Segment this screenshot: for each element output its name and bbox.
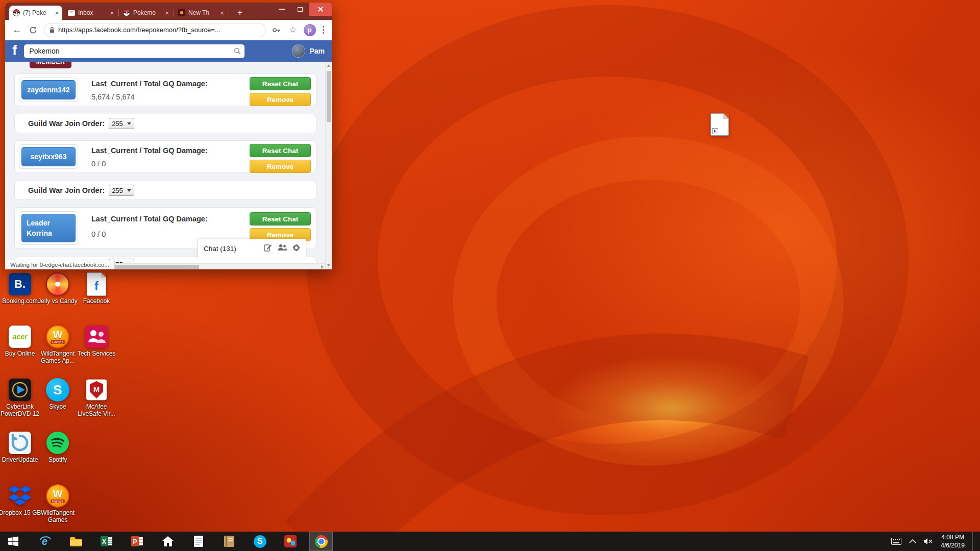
reset-chat-button[interactable]: Reset Chat xyxy=(250,144,311,157)
mail-favicon xyxy=(68,10,75,16)
member-name-button[interactable]: Leader Korrina xyxy=(21,214,76,242)
window-controls xyxy=(273,3,332,16)
internet-explorer-icon: e xyxy=(39,535,52,548)
wildtangent-badge: Games xyxy=(51,340,65,344)
facebook-glyph: f xyxy=(94,280,99,292)
damage-label: Last_Current / Total GQ Damage: xyxy=(91,146,208,155)
browser-menu-icon[interactable] xyxy=(321,24,326,36)
taskbar-internet-explorer[interactable]: e xyxy=(34,532,57,551)
desktop-icon-label: Booking.com xyxy=(2,298,37,305)
guild-war-order-select[interactable]: 255 xyxy=(109,118,134,129)
taskbar-skype[interactable]: S xyxy=(248,532,272,551)
tab-close-icon[interactable]: × xyxy=(55,10,59,16)
facebook-search[interactable] xyxy=(24,44,244,58)
desktop-icon-mcafee[interactable]: M McAfee LiveSafe Vir... xyxy=(74,378,119,418)
reset-chat-button[interactable]: Reset Chat xyxy=(250,212,311,226)
new-tab-button[interactable]: + xyxy=(235,8,245,18)
tab-pokemon-active[interactable]: (7) Poke × xyxy=(9,6,62,20)
reset-chat-button[interactable]: Reset Chat xyxy=(250,77,311,90)
taskbar-clock[interactable]: 4:08 PM 4/6/2019 xyxy=(941,533,965,549)
dropbox-icon xyxy=(8,484,32,508)
search-icon[interactable] xyxy=(234,47,241,57)
member-name-button[interactable]: zaydenm142 xyxy=(21,80,76,99)
show-desktop-strip[interactable] xyxy=(972,532,977,551)
desktop-icon-label: Jelly vs Candy xyxy=(38,298,77,305)
maximize-icon xyxy=(298,7,303,12)
excel-icon: X xyxy=(101,535,113,547)
desktop-icon-spotify[interactable]: Spotify xyxy=(35,431,81,464)
search-input[interactable] xyxy=(24,44,244,58)
volume-icon[interactable] xyxy=(924,538,933,545)
vertical-scroll-thumb[interactable] xyxy=(327,71,331,122)
touch-keyboard-icon[interactable] xyxy=(891,538,901,545)
clock-date: 4/6/2019 xyxy=(941,541,965,549)
guild-war-row: Guild War Join Order: 255 xyxy=(14,114,316,133)
back-button[interactable]: ← xyxy=(11,24,22,36)
desktop-file-shortcut-icon[interactable] xyxy=(710,113,729,136)
tab-separator xyxy=(174,9,174,16)
chat-label: Chat (131) xyxy=(204,245,258,253)
facebook-logo[interactable]: f xyxy=(12,43,17,58)
folder-icon xyxy=(69,536,83,546)
vertical-scrollbar[interactable] xyxy=(325,62,332,269)
tab-pokemon2[interactable]: Pokemo × xyxy=(119,6,173,20)
desktop-icon-label: Spotify xyxy=(48,457,67,464)
facebook-chat-bar[interactable]: Chat (131) xyxy=(198,239,306,258)
refresh-button[interactable] xyxy=(28,24,39,36)
desktop-icon-facebook[interactable]: f Facebook xyxy=(74,272,119,305)
close-button[interactable] xyxy=(309,3,332,16)
tab-close-icon[interactable]: × xyxy=(220,10,224,16)
member-card: zaydenm142 Last_Current / Total GQ Damag… xyxy=(14,73,316,106)
tab-new-thread[interactable]: New Th × xyxy=(175,6,228,20)
member-role: Leader xyxy=(27,218,50,228)
mcafee-icon: M xyxy=(84,378,109,402)
address-bar[interactable]: https://apps.facebook.com/freepokemon/?f… xyxy=(44,23,266,37)
member-button-partial[interactable]: MEMBER xyxy=(30,62,71,68)
guild-war-order-value: 255 xyxy=(112,120,123,128)
tab-close-icon[interactable]: × xyxy=(110,10,114,16)
damage-label: Last_Current / Total GQ Damage: xyxy=(91,215,208,223)
maximize-button[interactable] xyxy=(291,3,309,16)
horizontal-scroll-thumb[interactable] xyxy=(114,265,199,269)
profile-initial: p xyxy=(308,26,312,34)
member-name: zaydenm142 xyxy=(27,85,69,95)
remove-button[interactable]: Remove xyxy=(250,160,311,173)
desktop-icon-label: Tech Services xyxy=(78,350,116,358)
compose-icon[interactable] xyxy=(264,243,272,254)
mcafee-glyph: M xyxy=(93,385,100,393)
tab-inbox[interactable]: Inbox - × xyxy=(64,6,117,20)
damage-value: 0 / 0 xyxy=(91,160,106,168)
member-card: seyitxx963 Last_Current / Total GQ Damag… xyxy=(14,140,316,173)
key-icon[interactable] xyxy=(271,24,282,36)
desktop-icon-label: DriverUpdate xyxy=(2,457,38,464)
taskbar-home[interactable] xyxy=(156,532,180,551)
taskbar-file-explorer[interactable] xyxy=(64,532,88,551)
driverupdate-icon xyxy=(8,431,32,455)
gear-icon[interactable] xyxy=(292,244,300,254)
wildtangent-icon: WGames xyxy=(46,325,69,348)
desktop-icon-tech-services[interactable]: Tech Services xyxy=(74,324,119,358)
taskbar-powerpoint[interactable]: P xyxy=(126,532,149,551)
taskbar-chrome-active[interactable] xyxy=(309,532,333,551)
tab-close-icon[interactable]: × xyxy=(165,10,169,16)
start-button[interactable] xyxy=(0,532,27,551)
taskbar-excel[interactable]: X xyxy=(95,532,118,551)
tab-title: Inbox - xyxy=(78,9,107,16)
taskbar-journal[interactable] xyxy=(217,532,241,551)
tab-title: (7) Poke xyxy=(23,9,52,16)
taskbar-notepad[interactable] xyxy=(187,532,210,551)
minimize-button[interactable] xyxy=(273,3,291,16)
bookmark-star-icon[interactable]: ☆ xyxy=(287,24,299,36)
desktop-icon-wildtangent-games[interactable]: WGames WildTangent Games xyxy=(35,484,81,524)
guild-war-order-select[interactable]: 255 xyxy=(109,185,134,196)
browser-profile-avatar[interactable]: p xyxy=(304,24,316,36)
show-hidden-icons-button[interactable] xyxy=(909,539,916,543)
member-name-button[interactable]: seyitxx963 xyxy=(21,147,76,166)
contacts-icon[interactable] xyxy=(278,244,287,253)
remove-button[interactable]: Remove xyxy=(250,93,311,106)
scroll-right-icon[interactable] xyxy=(321,265,324,268)
scroll-down-icon[interactable] xyxy=(327,264,330,267)
scroll-up-icon[interactable] xyxy=(327,64,330,67)
facebook-user-menu[interactable]: Pam xyxy=(292,44,325,58)
taskbar-game[interactable] xyxy=(279,532,302,551)
